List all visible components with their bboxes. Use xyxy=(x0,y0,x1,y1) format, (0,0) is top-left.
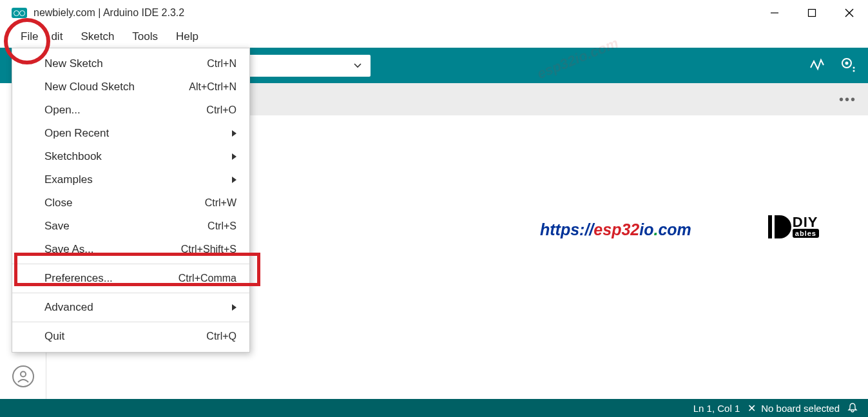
window-title: newbiely.com | Arduino IDE 2.3.2 xyxy=(34,7,184,19)
board-status[interactable]: ✕ No board selected xyxy=(747,402,840,414)
watermark-url: https://esp32io.com xyxy=(540,220,691,239)
minimize-button[interactable] xyxy=(756,0,793,26)
menu-help[interactable]: Help xyxy=(167,27,207,46)
maximize-button[interactable] xyxy=(793,0,831,26)
close-window-button[interactable] xyxy=(831,0,868,26)
menuitem-new-cloud-sketch[interactable]: New Cloud SketchAlt+Ctrl+N xyxy=(12,75,249,99)
diyables-logo: DIYables xyxy=(768,215,819,238)
menuitem-new-sketch[interactable]: New SketchCtrl+N xyxy=(12,52,249,75)
svg-rect-1 xyxy=(809,10,816,17)
menuitem-open[interactable]: Open...Ctrl+O xyxy=(12,99,249,122)
board-selector[interactable] xyxy=(245,55,371,77)
close-icon: ✕ xyxy=(747,402,756,414)
window-titlebar: newbiely.com | Arduino IDE 2.3.2 xyxy=(0,0,868,26)
profile-icon[interactable] xyxy=(12,365,34,387)
arduino-app-icon xyxy=(12,8,27,18)
serial-monitor-icon[interactable] xyxy=(840,56,856,75)
svg-point-6 xyxy=(853,66,855,68)
menu-separator xyxy=(12,322,249,322)
menu-separator xyxy=(12,264,249,264)
menu-sketch[interactable]: Sketch xyxy=(72,27,123,46)
svg-point-7 xyxy=(853,70,855,72)
tab-overflow-button[interactable]: ••• xyxy=(839,92,856,107)
file-menu-dropdown: New SketchCtrl+N New Cloud SketchAlt+Ctr… xyxy=(12,48,250,353)
menu-tools[interactable]: Tools xyxy=(123,27,167,46)
serial-plotter-icon[interactable] xyxy=(809,56,825,75)
menuitem-sketchbook[interactable]: Sketchbook xyxy=(12,145,249,168)
menuitem-quit[interactable]: QuitCtrl+Q xyxy=(12,325,249,348)
cursor-position: Ln 1, Col 1 xyxy=(693,403,740,414)
menubar: File dit Sketch Tools Help xyxy=(0,26,868,48)
menuitem-save-as[interactable]: Save As...Ctrl+Shift+S xyxy=(12,238,249,261)
status-bar: Ln 1, Col 1 ✕ No board selected xyxy=(0,399,868,417)
menuitem-save[interactable]: SaveCtrl+S xyxy=(12,215,249,238)
menu-separator xyxy=(12,293,249,293)
menuitem-close[interactable]: CloseCtrl+W xyxy=(12,191,249,215)
menuitem-open-recent[interactable]: Open Recent xyxy=(12,122,249,145)
menuitem-examples[interactable]: Examples xyxy=(12,168,249,191)
svg-point-8 xyxy=(21,372,26,377)
menuitem-advanced[interactable]: Advanced xyxy=(12,296,249,319)
menu-file[interactable]: File xyxy=(12,27,47,46)
menu-edit[interactable]: dit xyxy=(47,27,72,46)
notification-bell-icon[interactable] xyxy=(847,402,858,414)
menuitem-preferences[interactable]: Preferences...Ctrl+Comma xyxy=(12,267,249,290)
svg-point-5 xyxy=(845,61,849,64)
chevron-down-icon xyxy=(354,63,362,68)
